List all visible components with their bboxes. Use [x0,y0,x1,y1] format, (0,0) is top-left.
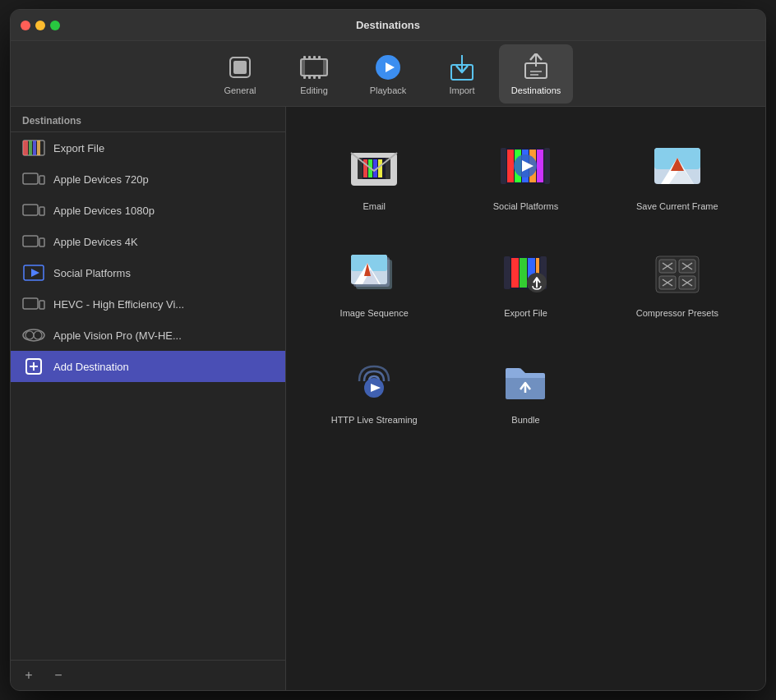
apple-vision-icon [22,326,45,344]
svg-rect-73 [504,256,510,289]
playback-icon [373,53,403,82]
sidebar-item-label-apple-vision: Apple Vision Pro (MV-HE... [53,329,182,342]
destination-compressor-presets[interactable]: Compressor Presets [606,230,749,329]
destination-image-sequence[interactable]: Image Sequence [303,230,446,329]
sidebar-item-label-hevc: HEVC - High Efficiency Vi... [53,298,184,311]
svg-rect-76 [520,258,527,288]
http-live-streaming-label: HTTP Live Streaming [331,414,418,426]
bundle-label: Bundle [511,414,539,426]
svg-rect-10 [308,75,311,79]
editing-icon [299,53,329,82]
destination-social-platforms[interactable]: Social Platforms [454,123,597,222]
svg-rect-6 [308,56,311,60]
minimize-button[interactable] [35,21,45,30]
sidebar-item-label-social-platforms: Social Platforms [53,267,131,279]
destinations-grid: Email [286,107,765,690]
sidebar-footer: + − [11,660,285,690]
svg-rect-27 [39,176,44,184]
svg-rect-34 [23,298,38,309]
general-icon [225,53,255,82]
destination-save-current-frame[interactable]: Save Current Frame [606,123,749,222]
svg-rect-7 [313,56,316,60]
add-button[interactable]: + [21,667,37,684]
apple-devices-4k-icon [22,233,45,251]
main-content: Destinations Export File [11,107,765,690]
svg-rect-1 [233,61,247,74]
social-platforms-dest-label: Social Platforms [493,200,558,212]
import-icon [447,53,477,82]
svg-rect-11 [313,75,316,79]
svg-rect-31 [39,238,44,246]
save-current-frame-icon [651,141,704,194]
add-destination-icon [22,357,45,375]
editing-label: Editing [300,85,328,95]
destination-export-file[interactable]: Export File [454,230,597,329]
svg-rect-26 [23,173,38,184]
http-live-streaming-icon [348,355,400,408]
toolbar-item-general[interactable]: General [203,44,277,104]
apple-devices-1080p-icon [22,201,45,219]
svg-rect-9 [303,75,306,79]
import-label: Import [449,85,474,95]
apple-devices-720p-icon [22,170,45,188]
destination-email[interactable]: Email [303,123,446,222]
svg-rect-28 [23,205,38,215]
sidebar-header: Destinations [11,107,285,132]
sidebar-item-add-destination[interactable]: Add Destination [11,351,285,382]
remove-button[interactable]: − [50,667,67,684]
sidebar-item-apple-vision[interactable]: Apple Vision Pro (MV-HE... [11,320,285,351]
destination-bundle[interactable]: Bundle [454,337,597,435]
destinations-label: Destinations [511,85,561,95]
svg-marker-33 [31,269,39,277]
email-label: Email [363,200,386,212]
svg-rect-25 [37,140,40,155]
sidebar-item-social-platforms[interactable]: Social Platforms [11,257,285,288]
svg-rect-3 [301,59,305,76]
sidebar-item-export-file[interactable]: Export File [11,132,285,163]
svg-rect-51 [501,148,506,184]
close-button[interactable] [21,21,30,30]
sidebar-item-label-export-file: Export File [53,142,104,154]
image-sequence-icon [348,248,400,301]
toolbar-item-editing[interactable]: Editing [277,44,351,104]
svg-rect-29 [39,207,44,215]
svg-rect-53 [507,150,514,182]
titlebar: Destinations [11,10,765,41]
playback-label: Playback [370,85,407,95]
sidebar-item-label-add-destination: Add Destination [53,361,129,373]
destinations-icon [521,53,551,82]
toolbar-item-playback[interactable]: Playback [351,44,425,104]
svg-rect-35 [39,301,44,309]
sidebar-item-label-apple-4k: Apple Devices 4K [53,236,138,248]
maximize-button[interactable] [50,21,60,30]
export-file-dest-icon [499,248,552,301]
svg-rect-52 [544,148,550,184]
save-current-frame-label: Save Current Frame [636,200,718,212]
svg-rect-57 [537,150,543,182]
svg-rect-22 [23,140,28,155]
sidebar: Destinations Export File [11,107,286,690]
toolbar-item-destinations[interactable]: Destinations [499,44,573,104]
bundle-icon [499,355,552,408]
sidebar-item-apple-720p[interactable]: Apple Devices 720p [11,163,285,195]
toolbar: General Editin [11,41,765,107]
window-title: Destinations [356,19,420,31]
svg-rect-30 [23,236,38,246]
svg-rect-8 [318,56,321,60]
sidebar-item-label-apple-1080p: Apple Devices 1080p [53,205,155,217]
svg-rect-75 [511,258,519,288]
general-label: General [224,85,256,95]
destination-http-live-streaming[interactable]: HTTP Live Streaming [303,337,446,435]
compressor-presets-icon [651,248,704,301]
svg-rect-5 [303,56,306,60]
export-file-icon [22,139,45,157]
hevc-icon [22,295,45,313]
image-sequence-label: Image Sequence [340,307,409,319]
sidebar-item-apple-4k[interactable]: Apple Devices 4K [11,226,285,257]
sidebar-list: Export File Apple Devices 720p [11,132,285,660]
sidebar-item-apple-1080p[interactable]: Apple Devices 1080p [11,195,285,226]
svg-point-38 [34,331,42,339]
toolbar-item-import[interactable]: Import [425,44,499,104]
sidebar-item-hevc[interactable]: HEVC - High Efficiency Vi... [11,288,285,320]
window-controls [21,21,60,30]
